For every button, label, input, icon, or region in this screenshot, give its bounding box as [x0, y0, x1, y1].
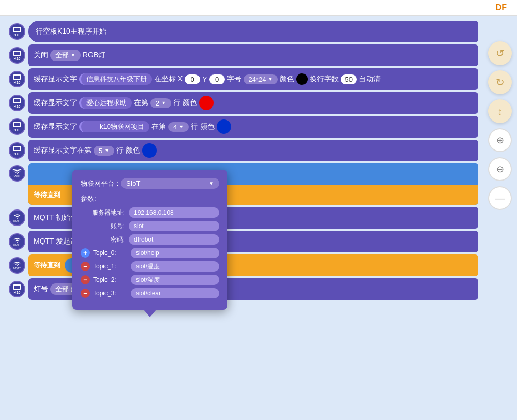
topic3-remove-icon[interactable]: − — [81, 289, 90, 298]
k10-badge-4: K10 — [9, 95, 25, 111]
color-label-1: 颜色 — [280, 74, 294, 84]
k10-icon-5 — [13, 122, 21, 127]
block-display-3: K10 缓存显示文字 ——k10物联网项目 在第 4 行 颜色 — [28, 116, 478, 138]
light-label: 灯号 — [34, 284, 48, 294]
zoom-in-icon: ⊕ — [496, 134, 504, 146]
platform-label: 物联网平台： — [81, 179, 121, 188]
server-label: 服务器地址: — [81, 208, 125, 217]
server-row: 服务器地址: — [81, 207, 219, 218]
row-dropdown-3[interactable]: 4 — [168, 122, 189, 132]
side-toolbar: ↺ ↻ ↕ ⊕ ⊖ — — [488, 41, 512, 210]
display-block-1[interactable]: K10 缓存显示文字 信息科技八年级下册 在坐标 X 0 Y 0 字号 24*2… — [28, 68, 478, 90]
cache-display-1: 缓存显示文字 — [34, 74, 77, 84]
account-input[interactable] — [129, 221, 219, 231]
refresh-button[interactable]: ↕ — [488, 99, 512, 123]
k10-text-4: K10 — [14, 104, 21, 108]
k10-icon-3 — [13, 74, 21, 80]
wrap-input[interactable]: 50 — [341, 74, 356, 84]
color-row-label-4: 行 颜色 — [116, 146, 140, 155]
topic0-input[interactable] — [131, 248, 219, 258]
topic2-remove-icon[interactable]: − — [81, 275, 90, 284]
x-input[interactable]: 0 — [185, 74, 200, 84]
topic1-input[interactable] — [131, 261, 219, 272]
y-input[interactable]: 0 — [209, 74, 225, 84]
collapse-button[interactable]: — — [488, 186, 512, 210]
k10-badge-6: K10 — [9, 142, 25, 159]
password-label: 密码: — [81, 235, 125, 244]
wifi-icon — [12, 169, 22, 175]
row-in-label-2: 在第 — [134, 98, 148, 108]
text-pill-3[interactable]: ——k10物联网项目 — [79, 121, 149, 132]
mqtt-wifi-icon-3 — [12, 261, 22, 267]
color-row-label-2: 行 颜色 — [173, 98, 197, 108]
topic3-row: − Topic_3: — [81, 288, 219, 298]
zoom-out-button[interactable]: ⊖ — [488, 157, 512, 181]
popup-dialog: 物联网平台： SIoT ▼ 参数: 服务器地址: 账号: 密码: + Topic… — [72, 170, 227, 310]
server-input[interactable] — [129, 207, 219, 218]
all-dropdown-1[interactable]: 全部 — [50, 50, 81, 61]
close-label: 关闭 — [34, 51, 48, 60]
color-swatch-1[interactable] — [296, 73, 308, 85]
account-row: 账号: — [81, 221, 219, 231]
row-dropdown-2[interactable]: 2 — [150, 98, 171, 108]
text-pill-1[interactable]: 信息科技八年级下册 — [79, 73, 152, 85]
close-rgb-block[interactable]: K10 关闭 全部 RGB灯 — [28, 44, 478, 66]
k10-icon-7 — [13, 284, 21, 290]
display-block-4[interactable]: K10 缓存显示文字 在第 5 行 颜色 — [28, 140, 478, 161]
topic3-input[interactable] — [131, 288, 219, 298]
platform-select-container[interactable]: SIoT ▼ — [121, 178, 219, 189]
font-label: 字号 — [227, 74, 241, 84]
top-bar: DF — [0, 0, 517, 16]
undo-button[interactable]: ↺ — [488, 41, 512, 65]
password-input[interactable] — [129, 234, 219, 245]
k10-icon-2 — [13, 51, 21, 56]
mqtt-badge-3: MQTT — [9, 257, 25, 274]
k10-text-3: K10 — [14, 81, 21, 84]
mqtt-badge-1: MQTT — [9, 209, 25, 226]
wrap-label: 换行字数 — [310, 74, 339, 84]
k10-icon-6 — [13, 146, 21, 151]
font-dropdown[interactable]: 24*24 — [244, 74, 278, 84]
cache-display-2: 缓存显示文字 — [34, 98, 77, 108]
k10-text-6: K10 — [14, 152, 21, 156]
k10-text-5: K10 — [14, 128, 21, 132]
row-in-label-4: 在第 — [77, 146, 92, 155]
mqtt-badge-2: MQTT — [9, 233, 25, 250]
start-block-label: 行空板K10主程序开始 — [36, 27, 107, 36]
color-row-label-3: 行 颜色 — [191, 122, 215, 131]
cache-display-3: 缓存显示文字 — [34, 122, 77, 131]
redo-button[interactable]: ↻ — [488, 70, 512, 94]
account-label: 账号: — [81, 222, 125, 231]
main-area: K10 行空板K10主程序开始 K10 关闭 全部 RGB灯 — [0, 16, 517, 420]
collapse-icon: — — [495, 193, 505, 204]
display-block-2[interactable]: K10 缓存显示文字 爱心远程求助 在第 2 行 颜色 — [28, 92, 478, 114]
block-display-1: K10 缓存显示文字 信息科技八年级下册 在坐标 X 0 Y 0 字号 24*2… — [28, 68, 478, 90]
df-label: DF — [496, 3, 507, 12]
color-swatch-4[interactable] — [142, 143, 157, 158]
display-block-3[interactable]: K10 缓存显示文字 ——k10物联网项目 在第 4 行 颜色 — [28, 116, 478, 138]
k10-text-2: K10 — [14, 57, 21, 61]
zoom-out-icon: ⊖ — [496, 163, 504, 175]
mqtt-wifi-icon-2 — [12, 237, 22, 243]
popup-title-row: 物联网平台： SIoT ▼ — [81, 178, 219, 189]
k10-badge-2: K10 — [9, 47, 25, 64]
rgb-label: RGB灯 — [83, 51, 105, 60]
row-dropdown-4[interactable]: 5 — [94, 146, 114, 156]
y-label: Y — [202, 75, 207, 83]
popup-tail — [144, 310, 156, 317]
start-block[interactable]: K10 行空板K10主程序开始 — [28, 21, 478, 42]
mqtt-wait-label: 等待直到 — [34, 261, 60, 270]
topic0-label: Topic_0: — [93, 249, 127, 257]
params-label: 参数: — [81, 194, 219, 203]
color-swatch-2[interactable] — [199, 96, 214, 110]
color-swatch-3[interactable] — [217, 119, 231, 134]
redo-icon: ↻ — [496, 76, 505, 88]
cache-display-4: 缓存显示文字 — [34, 146, 77, 155]
block-close-rgb: K10 关闭 全部 RGB灯 — [28, 44, 478, 66]
topic-add-icon[interactable]: + — [81, 248, 90, 258]
zoom-in-button[interactable]: ⊕ — [488, 128, 512, 152]
topic2-input[interactable] — [131, 275, 219, 285]
text-pill-2[interactable]: 爱心远程求助 — [79, 97, 132, 109]
topic1-remove-icon[interactable]: − — [81, 262, 90, 271]
k10-text: K10 — [14, 33, 21, 37]
